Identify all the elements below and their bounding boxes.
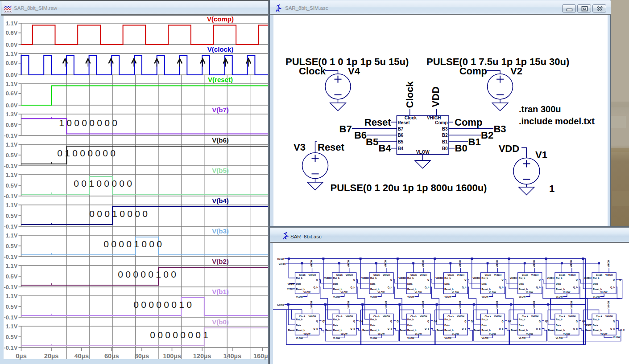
svg-text:1: 1 bbox=[59, 118, 64, 128]
svg-text:0: 0 bbox=[163, 269, 169, 279]
svg-text:1.1V: 1.1V bbox=[6, 232, 18, 238]
svg-text:80µs: 80µs bbox=[135, 352, 149, 360]
svg-text:Reset_b: Reset_b bbox=[444, 288, 453, 290]
svg-text:Q: Q bbox=[501, 320, 503, 323]
svg-text:Data: Data bbox=[519, 282, 524, 285]
svg-text:Reset_b: Reset_b bbox=[556, 329, 565, 331]
svg-text:VHIGH: VHIGH bbox=[607, 260, 610, 267]
svg-text:1.1V: 1.1V bbox=[6, 292, 18, 299]
svg-text:V(b1): V(b1) bbox=[212, 288, 229, 295]
svg-text:Q4: Q4 bbox=[434, 320, 438, 323]
svg-text:Rst_b: Rst_b bbox=[593, 318, 599, 321]
svg-text:Rst_b: Rst_b bbox=[296, 277, 302, 279]
svg-text:Reset_b: Reset_b bbox=[593, 329, 602, 331]
svg-text:VLOW: VLOW bbox=[444, 295, 451, 298]
svg-text:0: 0 bbox=[141, 269, 146, 279]
svg-text:Q: Q bbox=[539, 320, 541, 323]
svg-text:VLOW: VLOW bbox=[407, 337, 414, 339]
svg-text:VHIGH: VHIGH bbox=[385, 260, 387, 267]
svg-text:1.1V: 1.1V bbox=[6, 323, 18, 329]
svg-text:Q_b: Q_b bbox=[536, 286, 541, 289]
svg-text:Rst_b: Rst_b bbox=[556, 318, 562, 321]
svg-text:0: 0 bbox=[112, 118, 117, 128]
svg-text:Reset: Reset bbox=[511, 329, 517, 331]
svg-text:Rst_b: Rst_b bbox=[407, 318, 414, 321]
svg-text:Reset_b: Reset_b bbox=[333, 288, 342, 290]
svg-text:B2: B2 bbox=[442, 133, 448, 138]
svg-text:0: 0 bbox=[97, 118, 102, 128]
svg-text:V(clock): V(clock) bbox=[207, 45, 233, 53]
svg-text:Reset: Reset bbox=[397, 120, 410, 125]
svg-text:Rst_b: Rst_b bbox=[482, 277, 488, 279]
svg-text:Rst_b: Rst_b bbox=[333, 277, 339, 279]
svg-text:Rst_b: Rst_b bbox=[593, 277, 599, 279]
svg-text:Rst_b: Rst_b bbox=[519, 277, 525, 279]
svg-text:VLOW: VLOW bbox=[584, 323, 592, 326]
svg-text:VHIGH: VHIGH bbox=[435, 277, 443, 279]
svg-text:Rst_b: Rst_b bbox=[296, 318, 302, 321]
svg-text:B1: B1 bbox=[468, 136, 481, 147]
svg-text:B0: B0 bbox=[455, 143, 468, 154]
svg-text:Rst_b: Rst_b bbox=[482, 318, 488, 321]
svg-text:Q_b: Q_b bbox=[313, 286, 318, 289]
svg-text:Q_b: Q_b bbox=[499, 327, 503, 330]
svg-text:PULSE(0 1 7.5u 1p 1p 15u 30u): PULSE(0 1 7.5u 1p 1p 15u 30u) bbox=[426, 56, 569, 67]
svg-text:0: 0 bbox=[157, 330, 163, 340]
svg-text:Clock: Clock bbox=[299, 65, 326, 77]
svg-text:VLOW: VLOW bbox=[519, 337, 526, 339]
svg-text:Clock: Clock bbox=[559, 315, 565, 318]
svg-text:0.5V: 0.5V bbox=[6, 303, 18, 310]
svg-text:100µs: 100µs bbox=[163, 352, 181, 360]
svg-text:0: 0 bbox=[104, 118, 110, 128]
svg-text:Clock: Clock bbox=[596, 274, 602, 276]
svg-text:Clock: Clock bbox=[336, 315, 343, 318]
svg-text:VHIGH: VHIGH bbox=[324, 277, 332, 279]
svg-text:160µs: 160µs bbox=[253, 352, 268, 360]
svg-text:VHIGH: VHIGH bbox=[346, 315, 353, 318]
svg-text:Data: Data bbox=[556, 324, 561, 327]
svg-text:VHIGH: VHIGH bbox=[496, 260, 498, 267]
svg-text:VLOW: VLOW bbox=[613, 336, 621, 339]
svg-text:Q_b: Q_b bbox=[425, 327, 429, 330]
svg-text:VHIGH: VHIGH bbox=[422, 301, 424, 309]
svg-text:Rst_b: Rst_b bbox=[333, 318, 339, 321]
svg-text:Reset: Reset bbox=[288, 329, 294, 331]
svg-text:1: 1 bbox=[179, 299, 184, 310]
svg-text:Reset_b: Reset_b bbox=[333, 329, 342, 331]
svg-text:VHIGH: VHIGH bbox=[346, 274, 353, 276]
svg-text:V(b7): V(b7) bbox=[212, 106, 229, 114]
svg-text:VLOW: VLOW bbox=[444, 337, 451, 339]
svg-text:0.5V: 0.5V bbox=[6, 242, 18, 249]
svg-text:20µs: 20µs bbox=[44, 352, 59, 360]
svg-text:1: 1 bbox=[156, 269, 161, 279]
svg-text:0.0V: 0.0V bbox=[6, 41, 18, 48]
svg-text:VHIGH: VHIGH bbox=[568, 315, 576, 318]
svg-text:V3: V3 bbox=[294, 142, 306, 153]
svg-text:0: 0 bbox=[165, 330, 170, 340]
svg-text:VLOW: VLOW bbox=[481, 295, 488, 298]
svg-text:Q: Q bbox=[316, 278, 318, 281]
svg-text:1: 1 bbox=[549, 183, 555, 194]
svg-text:Clock: Clock bbox=[522, 315, 528, 318]
svg-text:VHIGH: VHIGH bbox=[473, 277, 480, 279]
svg-text:Comp: Comp bbox=[459, 65, 487, 77]
svg-text:VLOW: VLOW bbox=[333, 295, 340, 298]
svg-text:Q: Q bbox=[613, 320, 615, 323]
svg-text:0: 0 bbox=[171, 269, 176, 279]
svg-text:VLOW: VLOW bbox=[519, 295, 526, 298]
svg-text:Reset_b: Reset_b bbox=[296, 329, 305, 331]
svg-text:V(b4): V(b4) bbox=[212, 197, 229, 204]
svg-text:Q: Q bbox=[390, 278, 392, 281]
svg-text:B4: B4 bbox=[397, 146, 403, 151]
svg-text:0.0V: 0.0V bbox=[6, 102, 18, 108]
svg-text:VHIGH: VHIGH bbox=[459, 301, 461, 309]
svg-text:1.1V: 1.1V bbox=[6, 141, 18, 147]
svg-text:1.1V: 1.1V bbox=[6, 80, 18, 87]
svg-text:0: 0 bbox=[141, 299, 146, 310]
svg-text:1: 1 bbox=[112, 209, 117, 219]
svg-text:V(b6): V(b6) bbox=[212, 136, 229, 144]
svg-text:VHIGH: VHIGH bbox=[420, 274, 427, 276]
svg-text:Data: Data bbox=[333, 324, 338, 327]
svg-text:0: 0 bbox=[157, 239, 162, 249]
svg-text:VHIGH: VHIGH bbox=[547, 277, 555, 279]
